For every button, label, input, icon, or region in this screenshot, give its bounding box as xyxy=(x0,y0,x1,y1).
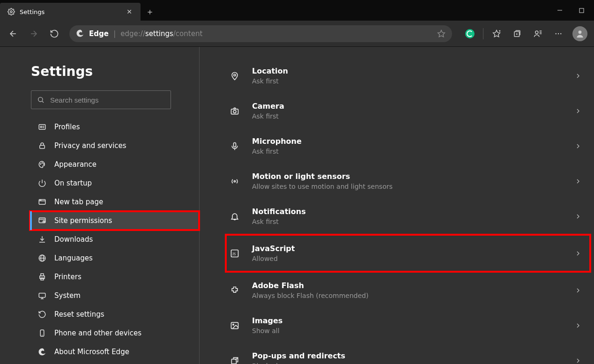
search-icon xyxy=(37,96,45,104)
gear-icon xyxy=(7,8,15,15)
sidebar-item-label: Profiles xyxy=(54,123,80,131)
permission-row-notifications[interactable]: Notifications Ask first xyxy=(227,199,589,234)
sidebar-item-site-permissions[interactable]: Site permissions xyxy=(30,211,199,230)
chevron-right-icon xyxy=(574,250,582,257)
svg-point-16 xyxy=(556,33,557,34)
settings-search[interactable] xyxy=(31,90,171,109)
permission-subtitle: Ask first xyxy=(252,218,562,225)
permission-row-location[interactable]: Location Ask first xyxy=(227,58,589,93)
permission-subtitle: Allowed xyxy=(252,255,562,262)
sidebar-item-new-tab[interactable]: New tab page xyxy=(30,193,199,211)
sidebar-item-system[interactable]: System xyxy=(30,286,199,305)
sidebar-item-reset[interactable]: Reset settings xyxy=(30,305,199,324)
palette-icon xyxy=(37,160,47,169)
page-title: Settings xyxy=(31,64,171,79)
permission-title: Pop-ups and redirects xyxy=(252,351,562,360)
collections-button[interactable] xyxy=(508,24,527,43)
forward-button[interactable] xyxy=(24,24,43,43)
sidebar-item-languages[interactable]: Languages xyxy=(30,249,199,267)
download-icon xyxy=(37,235,47,244)
url-path: /content xyxy=(173,30,202,38)
svg-line-21 xyxy=(42,101,44,103)
globe-icon xyxy=(37,253,47,263)
permission-subtitle: Ask first xyxy=(252,148,562,155)
chevron-right-icon xyxy=(574,107,582,115)
avatar[interactable] xyxy=(572,26,587,41)
svg-point-50 xyxy=(233,110,236,113)
chevron-right-icon xyxy=(574,72,582,80)
chevron-right-icon xyxy=(574,178,582,185)
lock-icon xyxy=(37,141,47,150)
svg-rect-56 xyxy=(231,322,238,328)
sensor-icon xyxy=(230,176,240,186)
sidebar-item-label: Downloads xyxy=(54,235,93,244)
url-scheme: edge:// xyxy=(120,30,145,38)
sidebar-item-label: Phone and other devices xyxy=(54,329,141,337)
microphone-icon xyxy=(230,141,240,151)
back-button[interactable] xyxy=(4,24,22,43)
permission-title: Motion or light sensors xyxy=(252,172,562,181)
settings-sidebar: Settings Profiles Privacy and services xyxy=(0,47,200,364)
svg-point-26 xyxy=(42,163,43,163)
favorites-button[interactable] xyxy=(487,24,506,43)
permission-row-sensors[interactable]: Motion or light sensors Allow sites to u… xyxy=(227,163,589,199)
phone-icon xyxy=(37,328,47,338)
refresh-button[interactable] xyxy=(45,24,64,43)
sidebar-item-devices[interactable]: Phone and other devices xyxy=(30,324,199,342)
permission-title: Microphone xyxy=(252,137,562,146)
sidebar-item-label: On startup xyxy=(54,179,92,187)
permission-row-microphone[interactable]: Microphone Ask first xyxy=(227,128,589,163)
permission-row-popups[interactable]: Pop-ups and redirects Blocked xyxy=(227,343,589,364)
sidebar-item-privacy[interactable]: Privacy and services xyxy=(30,136,199,155)
content: Settings Profiles Privacy and services xyxy=(0,47,594,364)
profile-menu-button[interactable] xyxy=(528,24,547,43)
svg-point-23 xyxy=(40,126,42,127)
site-identity-label: Edge xyxy=(89,30,109,38)
address-bar[interactable]: Edge | edge://settings/content xyxy=(69,25,452,42)
permission-row-camera[interactable]: Camera Ask first xyxy=(227,93,589,128)
svg-point-12 xyxy=(535,31,538,34)
sidebar-item-profiles[interactable]: Profiles xyxy=(30,118,199,136)
permission-title: Images xyxy=(252,316,562,325)
printer-icon xyxy=(37,272,47,282)
minimize-button[interactable] xyxy=(549,0,571,21)
tab-title: Settings xyxy=(20,8,118,15)
sidebar-item-printers[interactable]: Printers xyxy=(30,267,199,286)
edge-icon xyxy=(76,29,85,38)
permission-subtitle: Always block Flash (recommended) xyxy=(252,292,562,299)
sidebar-item-downloads[interactable]: Downloads xyxy=(30,230,199,249)
sidebar-item-label: Reset settings xyxy=(54,310,104,319)
sidebar-item-startup[interactable]: On startup xyxy=(30,174,199,193)
titlebar: Settings ✕ ＋ xyxy=(0,0,594,21)
permission-row-flash[interactable]: Adobe Flash Always block Flash (recommen… xyxy=(227,273,589,308)
sidebar-item-about[interactable]: About Microsoft Edge xyxy=(30,342,199,361)
browser-tab[interactable]: Settings ✕ xyxy=(0,3,141,21)
favorite-star-icon[interactable] xyxy=(437,24,446,43)
sidebar-item-label: Printers xyxy=(54,273,82,281)
menu-button[interactable] xyxy=(549,24,568,43)
sidebar-item-appearance[interactable]: Appearance xyxy=(30,155,199,174)
settings-search-input[interactable] xyxy=(50,96,165,104)
svg-rect-49 xyxy=(231,109,238,114)
permission-row-images[interactable]: Images Show all xyxy=(227,308,589,343)
edge-icon xyxy=(37,347,47,357)
sidebar-item-label: New tab page xyxy=(54,198,103,206)
permission-title: Adobe Flash xyxy=(252,281,562,290)
svg-rect-33 xyxy=(39,218,45,223)
close-tab-button[interactable]: ✕ xyxy=(123,5,136,18)
permission-subtitle: Ask first xyxy=(252,112,562,120)
grammarly-extension-icon[interactable] xyxy=(460,24,479,43)
new-tab-button[interactable]: ＋ xyxy=(141,3,159,21)
sidebar-item-label: Privacy and services xyxy=(54,141,126,150)
reset-icon xyxy=(37,310,47,319)
svg-point-27 xyxy=(44,163,45,164)
settings-nav: Profiles Privacy and services Appearance… xyxy=(30,118,199,361)
permission-title: Location xyxy=(252,67,562,75)
svg-rect-43 xyxy=(39,293,45,297)
maximize-button[interactable] xyxy=(571,0,592,21)
permission-title: Camera xyxy=(252,102,562,111)
svg-point-20 xyxy=(38,97,43,102)
image-icon xyxy=(230,320,240,331)
permission-row-javascript[interactable]: JS JavaScript Allowed xyxy=(225,234,591,273)
chevron-right-icon xyxy=(574,357,582,364)
